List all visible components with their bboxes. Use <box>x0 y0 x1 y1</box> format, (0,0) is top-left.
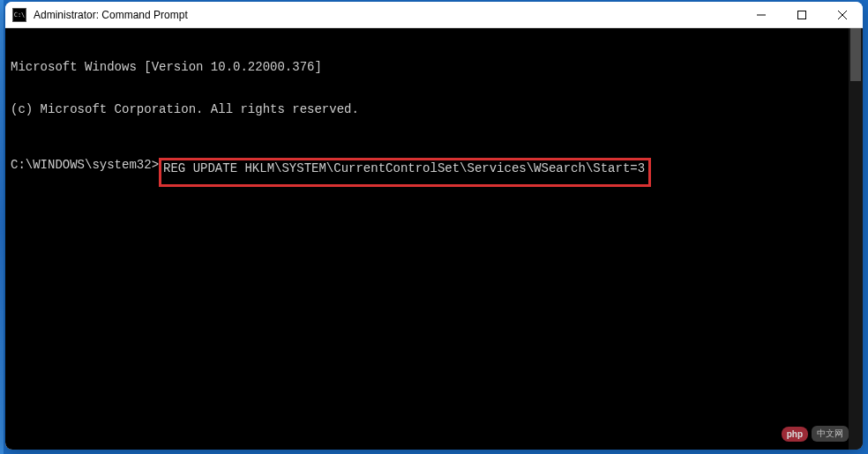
prompt-line: C:\WINDOWS\system32>REG UPDATE HKLM\SYST… <box>11 158 843 187</box>
terminal-area[interactable]: Microsoft Windows [Version 10.0.22000.37… <box>5 28 863 450</box>
command-prompt-window: C:\ Administrator: Command Prompt Micros… <box>5 2 863 450</box>
watermark: php 中文网 <box>782 426 849 442</box>
minimize-button[interactable] <box>741 2 782 27</box>
svg-rect-1 <box>798 11 806 19</box>
window-controls <box>741 2 863 27</box>
terminal-content[interactable]: Microsoft Windows [Version 10.0.22000.37… <box>5 28 849 450</box>
command-input[interactable]: REG UPDATE HKLM\SYSTEM\CurrentControlSet… <box>163 161 645 175</box>
watermark-text: 中文网 <box>812 426 849 442</box>
scrollbar-thumb[interactable] <box>850 28 861 81</box>
maximize-button[interactable] <box>782 2 822 27</box>
output-line-copyright: (c) Microsoft Corporation. All rights re… <box>11 102 843 116</box>
vertical-scrollbar[interactable] <box>849 28 863 450</box>
command-highlight-box: REG UPDATE HKLM\SYSTEM\CurrentControlSet… <box>159 158 651 187</box>
output-line-version: Microsoft Windows [Version 10.0.22000.37… <box>11 60 843 74</box>
window-title: Administrator: Command Prompt <box>34 9 741 21</box>
watermark-badge: php <box>782 427 808 442</box>
title-bar[interactable]: C:\ Administrator: Command Prompt <box>5 2 863 28</box>
desktop-taskbar-edge <box>0 0 4 454</box>
close-button[interactable] <box>822 2 863 27</box>
prompt-path: C:\WINDOWS\system32> <box>11 158 159 172</box>
cmd-icon: C:\ <box>12 8 26 22</box>
